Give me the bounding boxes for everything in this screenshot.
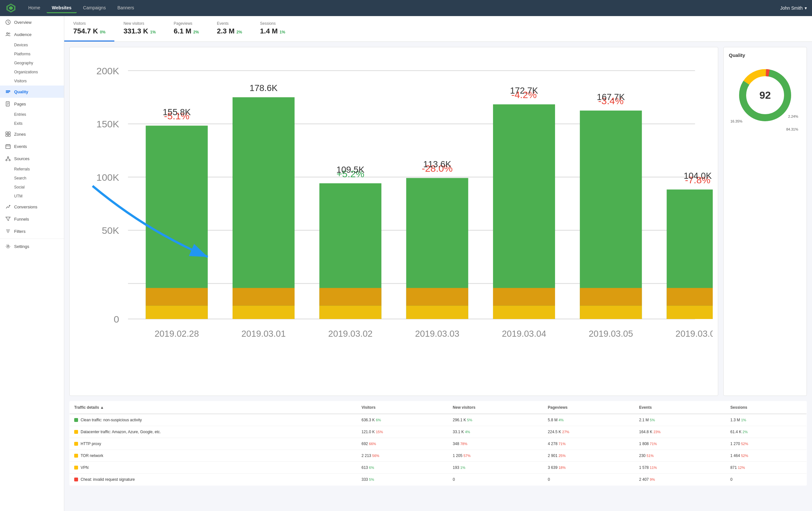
sidebar-item-utm[interactable]: UTM xyxy=(0,192,64,201)
svg-text:2019.03.06: 2019.03.06 xyxy=(675,329,713,339)
svg-point-6 xyxy=(7,33,8,34)
sidebar-item-pages[interactable]: Pages xyxy=(0,98,64,110)
metric-sessions[interactable]: Sessions 1.4 M 1% xyxy=(251,16,294,42)
traffic-table: Traffic details ▲ Visitors New visitors … xyxy=(69,401,807,486)
cell-events: 164.8 K 23% xyxy=(635,426,726,438)
traffic-color-dot xyxy=(74,466,78,469)
svg-rect-67 xyxy=(667,288,713,305)
cell-visitors: 333 5% xyxy=(357,474,448,486)
table-row: Clean traffic: non-suspicious activity 6… xyxy=(70,414,807,426)
svg-text:109.5K: 109.5K xyxy=(336,165,365,174)
sidebar-item-referrals[interactable]: Referrals xyxy=(0,165,64,174)
svg-text:2019.02.28: 2019.02.28 xyxy=(154,329,199,339)
svg-rect-68 xyxy=(667,306,713,319)
svg-marker-28 xyxy=(9,205,10,206)
col-header-visitors: Visitors xyxy=(357,401,448,414)
traffic-color-dot xyxy=(74,454,78,458)
settings-icon xyxy=(5,243,11,249)
svg-text:50K: 50K xyxy=(102,225,119,236)
sidebar-item-exits[interactable]: Exits xyxy=(0,119,64,128)
pages-icon xyxy=(5,101,11,107)
cell-sessions: 0 xyxy=(726,474,807,486)
metric-visitors[interactable]: Visitors 754.7 K 0% xyxy=(64,16,114,42)
bar-chart-svg: 200K 150K 100K 50K 0 -5.1% 155.8K xyxy=(75,52,713,391)
sidebar-item-funnels[interactable]: Funnels xyxy=(0,213,64,225)
traffic-name: Datacenter traffic: Amazon, Azure, Googl… xyxy=(81,430,161,434)
traffic-label: Clean traffic: non-suspicious activity xyxy=(70,414,357,426)
traffic-color-dot xyxy=(74,478,78,481)
sidebar-item-devices[interactable]: Devices xyxy=(0,41,64,50)
metric-new-visitors-label: New visitors xyxy=(123,21,155,26)
top-navigation: Home Websites Campaigns Banners John Smi… xyxy=(0,0,812,16)
sidebar-item-zones[interactable]: Zones xyxy=(0,128,64,140)
sidebar-item-sources[interactable]: Sources xyxy=(0,153,64,165)
sidebar-item-conversions[interactable]: Conversions xyxy=(0,201,64,213)
sidebar-item-settings[interactable]: Settings xyxy=(0,240,64,252)
table-row: VPN 613 6% 193 1% 3 639 18% 1 578 11% 87… xyxy=(70,462,807,474)
col-header-traffic[interactable]: Traffic details ▲ xyxy=(70,401,357,414)
sidebar-item-events[interactable]: Events xyxy=(0,140,64,153)
traffic-name: Clean traffic: non-suspicious activity xyxy=(81,418,142,422)
traffic-label: Cheat: invalid request signature xyxy=(70,474,357,486)
nav-banners[interactable]: Banners xyxy=(112,3,139,13)
svg-rect-56 xyxy=(406,306,468,319)
sidebar-item-audience[interactable]: Audience xyxy=(0,28,64,41)
app-logo xyxy=(5,2,17,14)
svg-rect-64 xyxy=(580,306,642,319)
bar-2019-03-05[interactable] xyxy=(580,111,642,319)
traffic-color-dot xyxy=(74,430,78,434)
quality-icon xyxy=(5,89,11,95)
svg-rect-48 xyxy=(233,288,294,305)
sidebar-item-platforms[interactable]: Platforms xyxy=(0,50,64,58)
sidebar-label-funnels: Funnels xyxy=(14,217,29,221)
svg-rect-19 xyxy=(6,145,10,149)
sidebar-item-organizations[interactable]: Organizations xyxy=(0,68,64,77)
sidebar-item-filters[interactable]: Filters xyxy=(0,225,64,237)
svg-rect-9 xyxy=(6,91,10,92)
sidebar-label-zones: Zones xyxy=(14,132,26,137)
nav-items: Home Websites Campaigns Banners xyxy=(23,3,780,13)
events-icon xyxy=(5,143,11,149)
metric-new-visitors[interactable]: New visitors 331.3 K 1% xyxy=(114,16,165,42)
svg-text:2019.03.05: 2019.03.05 xyxy=(589,329,633,339)
sidebar-item-visitors[interactable]: Visitors xyxy=(0,77,64,85)
traffic-name: Cheat: invalid request signature xyxy=(81,477,135,482)
metric-visitors-change: 0% xyxy=(100,30,105,34)
col-header-new-visitors: New visitors xyxy=(448,401,544,414)
metric-events-label: Events xyxy=(217,21,242,26)
sidebar-item-social[interactable]: Social xyxy=(0,183,64,192)
nav-campaigns[interactable]: Campaigns xyxy=(78,3,111,13)
user-menu[interactable]: John Smith ▾ xyxy=(780,5,807,10)
bar-2019-03-04[interactable] xyxy=(493,104,555,319)
cell-pageviews: 2 901 25% xyxy=(544,450,635,462)
svg-rect-52 xyxy=(319,306,381,319)
bar-2019-03-01[interactable] xyxy=(233,97,294,319)
metric-events[interactable]: Events 2.3 M 2% xyxy=(208,16,251,42)
cell-events: 1 578 11% xyxy=(635,462,726,474)
sidebar-label-overview: Overview xyxy=(14,20,31,25)
sidebar-item-entries[interactable]: Entries xyxy=(0,110,64,119)
sidebar-item-geography[interactable]: Geography xyxy=(0,58,64,68)
quality-score: 92 xyxy=(759,89,771,101)
svg-text:113.6K: 113.6K xyxy=(423,159,451,169)
sidebar-item-search[interactable]: Search xyxy=(0,174,64,183)
nav-home[interactable]: Home xyxy=(23,3,45,13)
nav-websites[interactable]: Websites xyxy=(47,3,77,13)
svg-rect-16 xyxy=(8,132,10,134)
sidebar-label-conversions: Conversions xyxy=(14,205,37,209)
svg-text:172.7K: 172.7K xyxy=(510,85,538,96)
svg-point-23 xyxy=(7,157,9,158)
overview-icon xyxy=(5,19,11,25)
cell-sessions: 1 464 52% xyxy=(726,450,807,462)
sidebar-label-events: Events xyxy=(14,144,27,149)
svg-text:2019.03.01: 2019.03.01 xyxy=(241,329,286,339)
col-header-events: Events xyxy=(635,401,726,414)
sidebar-item-overview[interactable]: Overview xyxy=(0,16,64,28)
metric-pageviews[interactable]: Pageviews 6.1 M 2% xyxy=(165,16,208,42)
svg-rect-8 xyxy=(6,90,10,91)
svg-rect-15 xyxy=(6,132,8,134)
sidebar-item-quality[interactable]: Quality xyxy=(0,85,64,98)
svg-line-27 xyxy=(8,158,10,160)
svg-text:155.8K: 155.8K xyxy=(163,107,191,117)
metric-sessions-change: 1% xyxy=(280,30,285,34)
